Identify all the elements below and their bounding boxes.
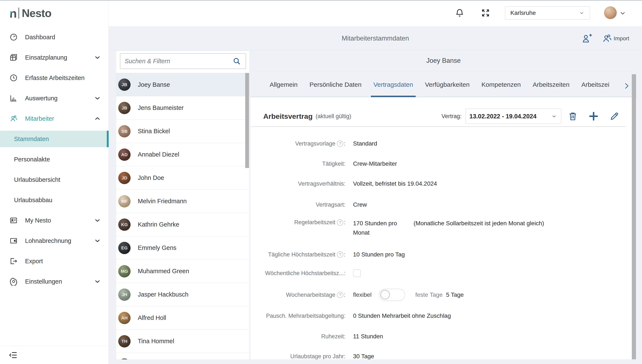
user-avatar[interactable] (604, 6, 617, 19)
employee-row[interactable]: AH Alfred Holl (116, 306, 249, 330)
help-icon[interactable]: ? (337, 292, 343, 298)
tab-arbeitszeiten[interactable]: Arbeitszeiten (533, 81, 569, 97)
employee-row[interactable]: MG Muhammed Green (116, 260, 249, 283)
field-label: Ruhezeit: (263, 333, 346, 340)
sidebar-item-einstellungen[interactable]: Einstellungen (0, 271, 109, 292)
employee-avatar: MG (118, 265, 131, 278)
section-title: Arbeitsvertrag (263, 112, 312, 120)
field-label: Regelarbeitszeit ? : (263, 219, 346, 226)
sidebar-item-personalakte[interactable]: Personalakte (0, 149, 109, 170)
contract-select-label: Vertrag: (441, 113, 462, 120)
chevron-down-icon (94, 54, 101, 61)
import-button[interactable]: Import (602, 33, 629, 44)
sidebar-item-erfasste-arbeitszeiten[interactable]: Erfasste Arbeitszeiten (0, 68, 109, 88)
form-row-vertragsvorlage: Vertragsvorlage ? : Standard (263, 138, 624, 150)
field-label: Urlaubstage pro Jahr: (263, 353, 346, 360)
employee-row[interactable]: JD John Doe (116, 166, 249, 190)
help-icon[interactable]: ? (337, 251, 343, 258)
page-header: Mitarbeiterstammdaten Import (109, 26, 642, 50)
toggle-knob (380, 290, 390, 300)
employee-avatar: JH (118, 288, 131, 301)
search-icon[interactable] (232, 56, 241, 66)
employee-row[interactable]: KG Kathrin Gehrke (116, 213, 249, 236)
delete-contract-icon[interactable] (568, 111, 578, 121)
field-label: Vertragsvorlage ? : (263, 140, 346, 147)
fullscreen-expand-icon[interactable] (481, 8, 490, 18)
people-icon (9, 114, 18, 123)
employee-rows: JB Joey Banse JB Jens Baumeister SB Stin… (116, 73, 249, 364)
contract-header-row: Arbeitsvertrag (aktuell gültig) Vertrag:… (263, 108, 619, 124)
employee-row[interactable]: AD Annabel Diezel (116, 143, 249, 166)
employee-row[interactable]: MF Melvin Friedmann (116, 190, 249, 213)
tab-arbeitszeiten-overflow[interactable]: Arbeitszei (581, 81, 609, 97)
employee-row[interactable]: TH Tina Hommel (116, 330, 249, 353)
bottom-scrollbar-track (109, 359, 642, 364)
sidebar-item-einsatzplanung[interactable]: Einsatzplanung (0, 47, 109, 68)
help-icon[interactable]: ? (337, 219, 343, 226)
form-row-taegliche-hoechstarbeitszeit: Tägliche Höchstarbeitszeit ? : 10 Stunde… (263, 248, 624, 260)
gear-icon (9, 277, 18, 286)
form-row-ruhezeit: Ruhezeit: 11 Stunden (263, 330, 624, 342)
employee-row[interactable]: JB Jens Baumeister (116, 96, 249, 120)
sidebar-item-auswertung[interactable]: Auswertung (0, 88, 109, 108)
tabs-scroll-right-icon[interactable] (622, 82, 630, 90)
window-top-edge (0, 0, 642, 0)
employee-avatar: AD (118, 148, 131, 161)
employee-name: Emmely Gens (138, 244, 176, 251)
notifications-bell-icon[interactable] (455, 8, 465, 18)
form-row-vertragsart: Vertragsart: Crew (263, 199, 624, 211)
user-menu-chevron-icon[interactable] (619, 10, 626, 16)
collapse-sidebar-icon[interactable] (9, 350, 18, 360)
import-button-label: Import (613, 35, 629, 42)
edit-contract-icon[interactable] (609, 111, 619, 121)
tab-vertragsdaten[interactable]: Vertragsdaten (374, 81, 413, 97)
sidebar-item-lohnabrechnung[interactable]: Lohnabrechnung (0, 230, 109, 251)
sidebar-item-urlaubsabbau[interactable]: Urlaubsabbau (0, 190, 109, 210)
weekly-max-checkbox[interactable] (353, 270, 361, 277)
employee-row[interactable]: SB Stina Bickel (116, 120, 249, 143)
employee-name: Kathrin Gehrke (138, 221, 179, 228)
employee-row[interactable]: JH Jasper Hackbusch (116, 283, 249, 306)
location-select-value: Karlsruhe (510, 10, 536, 16)
search-filter-box (120, 53, 246, 69)
employee-avatar: KG (118, 218, 131, 231)
sidebar-item-export[interactable]: Export (0, 251, 109, 271)
chevron-down-icon (579, 10, 585, 16)
contract-period-select[interactable]: 13.02.2022 - 19.04.2024 (465, 108, 561, 124)
sidebar-item-urlaubsuebersicht[interactable]: Urlaubsübersicht (0, 170, 109, 190)
employee-list-scrollbar[interactable] (245, 73, 249, 168)
field-value: 10 Stunden pro Tag (353, 251, 405, 258)
field-label: Vertragsverhältnis: (263, 180, 346, 187)
field-label: Tägliche Höchstarbeitszeit ? : (263, 251, 346, 258)
field-label: Vertragsart: (263, 202, 346, 208)
employee-name: Tina Hommel (138, 338, 174, 345)
sidebar-item-stammdaten[interactable]: Stammdaten (0, 131, 109, 147)
field-label: Wöchentliche Höchstarbeitsz...: (263, 270, 346, 276)
logo-divider (19, 8, 19, 19)
tab-verfuegbarkeiten[interactable]: Verfügbarkeiten (425, 81, 470, 97)
employee-row[interactable]: JB Joey Banse (116, 73, 249, 96)
add-employee-icon[interactable] (581, 33, 592, 44)
badge-icon (9, 216, 18, 225)
add-contract-icon[interactable] (588, 111, 599, 121)
tab-persoenliche-daten[interactable]: Persönliche Daten (309, 81, 362, 97)
dashboard-icon (9, 33, 18, 41)
help-icon[interactable]: ? (337, 140, 343, 147)
sidebar-footer (0, 346, 109, 364)
export-icon (9, 257, 18, 265)
nesto-logo: n Nesto (9, 6, 51, 21)
sidebar-item-label: Einstellungen (25, 278, 62, 285)
sidebar-item-mitarbeiter[interactable]: Mitarbeiter (0, 108, 109, 129)
chevron-down-icon (94, 217, 101, 224)
page-scrollbar[interactable] (632, 74, 636, 359)
sidebar-item-dashboard[interactable]: Dashboard (0, 27, 109, 47)
employee-row[interactable]: EG Emmely Gens (116, 236, 249, 260)
page-title: Mitarbeiterstammdaten (109, 26, 642, 50)
sidebar: n Nesto Dashboard Einsatzplanung Erfasst… (0, 0, 109, 364)
sidebar-item-my-nesto[interactable]: My Nesto (0, 210, 109, 230)
workdays-toggle[interactable] (379, 289, 405, 301)
tab-allgemein[interactable]: Allgemein (270, 81, 298, 97)
location-select[interactable]: Karlsruhe (505, 6, 590, 20)
search-input[interactable] (125, 58, 232, 65)
tab-kompetenzen[interactable]: Kompetenzen (481, 81, 521, 97)
